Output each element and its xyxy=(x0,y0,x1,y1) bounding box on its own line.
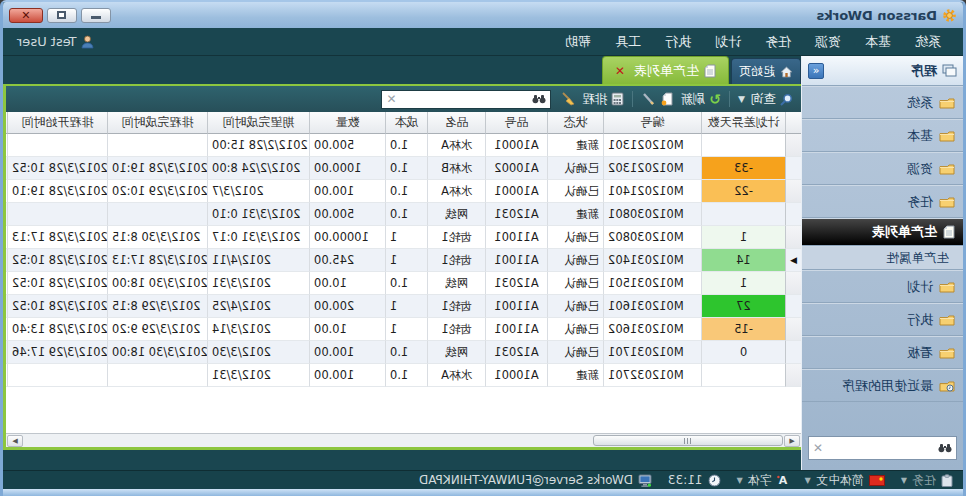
new-document-button[interactable] xyxy=(661,92,674,106)
cell-qty: 500.00 xyxy=(309,134,385,157)
table-row[interactable]: -33M012021302已确认A10002水杯B1.01000.002012/… xyxy=(6,157,801,180)
column-header-排[interactable]: 排 xyxy=(6,112,7,134)
table-row[interactable]: M012030801新建A12031网线1.0500.002012/3/31 0… xyxy=(6,203,801,226)
home-icon xyxy=(780,66,793,78)
collapse-sidebar-button[interactable]: « xyxy=(808,63,824,79)
status-item-label: 11:33 xyxy=(668,473,703,487)
dropdown-caret-icon[interactable]: ▼ xyxy=(901,476,907,485)
minimize-button[interactable] xyxy=(81,8,111,23)
binoculars-icon[interactable] xyxy=(938,443,952,453)
cell-code: M012030801 xyxy=(603,203,701,226)
column-header-排程完成时间[interactable]: 排程完成时间 xyxy=(107,112,207,134)
sidebar-item-label: 任务 xyxy=(907,193,933,211)
sidebar-item-系统[interactable]: 系统 xyxy=(802,86,963,119)
table-row[interactable]: 27M012031601已确认A11001齿轮11200.002012/4/25… xyxy=(6,295,801,318)
user-indicator[interactable]: Test User xyxy=(13,34,94,49)
scroll-left-icon[interactable]: ◀ xyxy=(784,435,800,447)
cell-item_name: 水杯A xyxy=(427,134,485,157)
table-row[interactable]: -22M012021401已确认A10001水杯A1.0100.002012/3… xyxy=(6,180,801,203)
query-dropdown-icon[interactable]: ▼ xyxy=(738,94,745,104)
binoculars-icon[interactable] xyxy=(532,94,546,104)
column-header-计划差异天数[interactable]: 计划差异天数 xyxy=(701,112,785,134)
sidebar-item-最近使用的程序[interactable]: 最近使用的程序 xyxy=(802,369,963,402)
column-header-成本[interactable]: 成本 xyxy=(385,112,427,134)
sidebar-item-执行[interactable]: 执行 xyxy=(802,303,963,336)
table-row[interactable]: M012021301新建A10001水杯A1.0500.002012/2/28 … xyxy=(6,134,801,157)
sidebar-item-生产单列表[interactable]: 生产单列表 xyxy=(802,218,963,246)
table-row[interactable]: M012032701新建A10001水杯A1.0100.002012/3/31 xyxy=(6,364,801,387)
menu-item-工具[interactable]: 工具 xyxy=(603,29,653,55)
menu-item-任务[interactable]: 任务 xyxy=(753,29,803,55)
sidebar-search-box[interactable]: ✕ xyxy=(808,436,957,460)
cell-marker xyxy=(6,341,7,364)
menu-item-帮助[interactable]: 帮助 xyxy=(553,29,603,55)
status-item-字体[interactable]: A字体▼ xyxy=(737,472,789,489)
menu-item-执行[interactable]: 执行 xyxy=(653,29,703,55)
column-header-品号[interactable]: 品号 xyxy=(485,112,547,134)
sidebar-item-资源[interactable]: 资源 xyxy=(802,152,963,185)
column-header-期望完成时间[interactable]: 期望完成时间 xyxy=(207,112,309,134)
sidebar-item-生产单属性[interactable]: 生产单属性 xyxy=(802,246,963,270)
column-header-数量[interactable]: 数量 xyxy=(309,112,385,134)
sidebar-item-看板[interactable]: 看板 xyxy=(802,336,963,369)
cell-finish: 2012/3/30 18:00 xyxy=(107,272,207,295)
cell-diff: 27 xyxy=(701,295,785,318)
sidebar-item-任务[interactable]: 任务 xyxy=(802,185,963,218)
production-list-panel: 查询 ▼ ↻ 刷新 xyxy=(3,84,801,450)
toolbar-search-input[interactable] xyxy=(400,91,528,107)
tab-起始页[interactable]: 起始页 xyxy=(731,58,801,84)
status-item-DWorks Server@FUNWAY-THINKPAD[interactable]: DWorks Server@FUNWAY-THINKPAD xyxy=(419,473,652,487)
toolbar-search-clear-icon[interactable]: ✕ xyxy=(386,92,396,106)
menu-item-系统[interactable]: 系统 xyxy=(903,29,953,55)
tab-生产单列表[interactable]: 生产单列表✕ xyxy=(602,56,729,84)
sidebar-item-计划[interactable]: 计划 xyxy=(802,270,963,303)
tab-close-icon[interactable]: ✕ xyxy=(615,64,625,78)
status-item-11:33[interactable]: 11:33 xyxy=(668,473,721,487)
column-header-编号[interactable]: 编号 xyxy=(603,112,701,134)
clear-filter-button[interactable] xyxy=(561,92,576,106)
cell-item_no: A11001 xyxy=(485,295,547,318)
table-row[interactable]: 1M012031501已确认A12031网线1.010.002012/3/312… xyxy=(6,272,801,295)
menu-item-基本[interactable]: 基本 xyxy=(853,29,903,55)
edit-pencil-button[interactable] xyxy=(641,92,655,106)
table-row[interactable]: 1M012030802已确认A11001齿轮1110000.002012/3/3… xyxy=(6,226,801,249)
horizontal-scrollbar[interactable]: ◀ ▶ xyxy=(6,433,801,447)
cell-diff xyxy=(701,203,785,226)
schedule-button[interactable]: 排程 xyxy=(582,91,624,108)
sidebar-search-input[interactable] xyxy=(827,440,934,456)
restore-button[interactable] xyxy=(47,8,77,23)
dropdown-caret-icon[interactable]: ▼ xyxy=(737,476,743,485)
column-header-状态[interactable]: 状态 xyxy=(547,112,603,134)
scrollbar-thumb[interactable] xyxy=(593,435,783,446)
cell-marker xyxy=(6,272,7,295)
cell-marker xyxy=(6,249,7,272)
close-button[interactable]: ✕ xyxy=(9,8,43,23)
cell-qty: 245.00 xyxy=(309,249,385,272)
column-header-indicator[interactable] xyxy=(785,112,801,134)
query-button[interactable]: 查询 xyxy=(751,91,793,108)
table-row[interactable]: -15M012031602已确认A11001齿轮1110.002012/3/14… xyxy=(6,318,801,341)
status-item-简体中文[interactable]: 简体中文▼ xyxy=(805,472,885,489)
toolbar: 查询 ▼ ↻ 刷新 xyxy=(6,86,801,112)
cell-item_name: 水杯A xyxy=(427,364,485,387)
column-header-排程开始时间[interactable]: 排程开始时间 xyxy=(7,112,107,134)
sidebar-search-clear-icon[interactable]: ✕ xyxy=(813,441,823,455)
status-item-label: 任务 xyxy=(912,472,936,489)
table-row[interactable]: 0M012031701已确认A12031网线1.0100.002012/3/30… xyxy=(6,341,801,364)
dropdown-caret-icon[interactable]: ▼ xyxy=(805,476,811,485)
column-header-品名[interactable]: 品名 xyxy=(427,112,485,134)
menu-item-资源[interactable]: 资源 xyxy=(803,29,853,55)
table-row[interactable]: ▶14M012031402已确认A11001齿轮11245.002012/4/1… xyxy=(6,249,801,272)
production-order-grid: 计划差异天数编号状态品号品名成本数量期望完成时间排程完成时间排程开始时间排 M0… xyxy=(6,112,801,433)
refresh-button[interactable]: ↻ 刷新 xyxy=(680,91,721,108)
toolbar-search-box[interactable]: ✕ xyxy=(381,90,551,109)
menu-item-计划[interactable]: 计划 xyxy=(703,29,753,55)
cell-code: M012030802 xyxy=(603,226,701,249)
status-item-任务[interactable]: 任务▼ xyxy=(901,472,953,489)
window-title: Darsson DWorks xyxy=(816,8,937,23)
cell-finish xyxy=(107,134,207,157)
cell-cost: 1.0 xyxy=(385,364,427,387)
sidebar-item-基本[interactable]: 基本 xyxy=(802,119,963,152)
main-area: 起始页生产单列表✕ 查询 ▼ ↻ 刷新 xyxy=(3,56,801,470)
scroll-right-icon[interactable]: ▶ xyxy=(7,435,23,447)
